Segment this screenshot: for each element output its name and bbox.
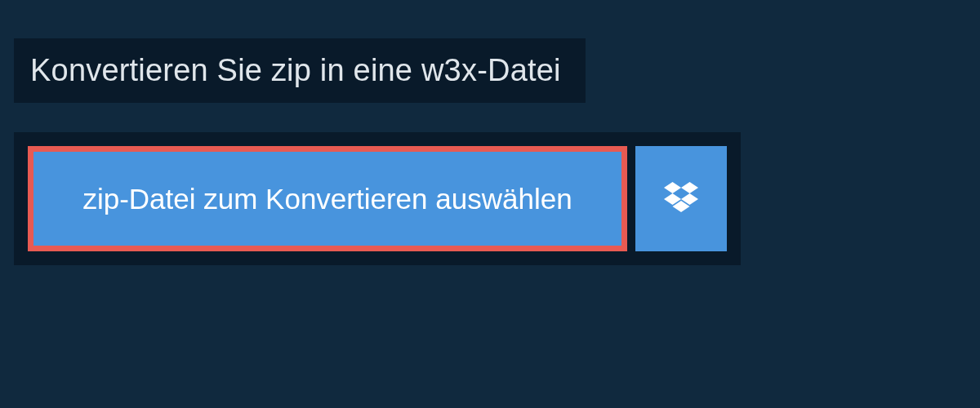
select-file-button[interactable]: zip-Datei zum Konvertieren auswählen: [28, 146, 627, 251]
upload-panel: zip-Datei zum Konvertieren auswählen: [14, 132, 741, 265]
dropbox-icon: [664, 182, 698, 216]
dropbox-button[interactable]: [635, 146, 727, 251]
title-bar: Konvertieren Sie zip in eine w3x-Datei: [14, 38, 586, 103]
select-file-label: zip-Datei zum Konvertieren auswählen: [82, 183, 572, 215]
page-title: Konvertieren Sie zip in eine w3x-Datei: [30, 53, 561, 87]
